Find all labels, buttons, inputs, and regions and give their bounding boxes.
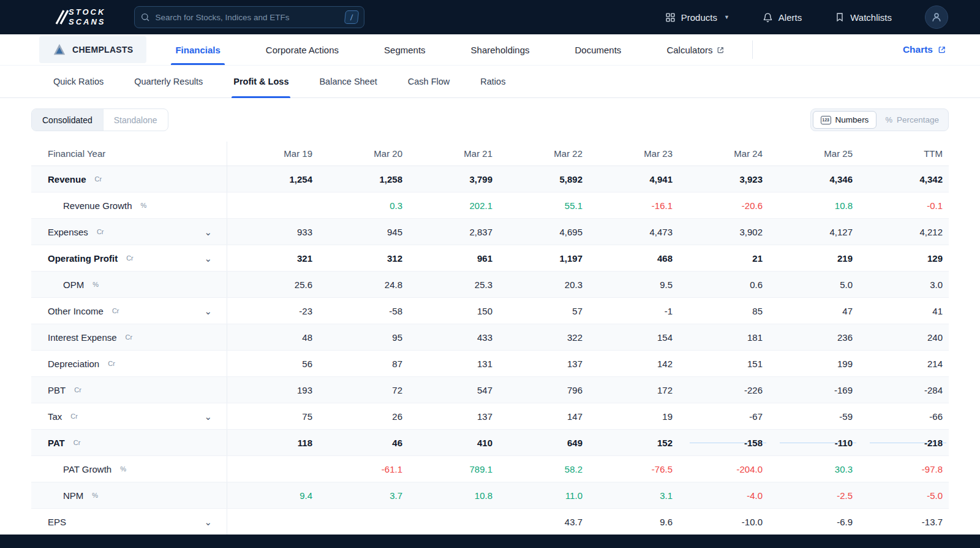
- cell-value: 46: [392, 438, 402, 448]
- cell-expenses-mar-24: 3,902: [677, 227, 767, 237]
- cell-depreciation-mar-19: 56: [227, 359, 317, 369]
- company-badge[interactable]: CHEMPLASTS: [39, 36, 146, 63]
- chevron-down-icon[interactable]: ⌄: [204, 517, 212, 527]
- cell-value: 193: [297, 385, 312, 395]
- cell-other-income-ttm: 41: [858, 306, 948, 316]
- cell-value: 0.3: [390, 200, 402, 211]
- search-input[interactable]: /: [134, 6, 364, 28]
- brand-logo[interactable]: STOCK SCANS: [53, 7, 106, 26]
- row-label-cell[interactable]: Other IncomeCr⌄: [31, 298, 227, 324]
- row-label-cell: PBTCr: [31, 377, 227, 403]
- cell-value: 137: [477, 411, 492, 422]
- cell-pat-mar-25: -110: [767, 438, 858, 448]
- subtab-ratios[interactable]: Ratios: [465, 66, 521, 97]
- avatar[interactable]: [925, 6, 948, 29]
- cell-expenses-mar-19: 933: [227, 227, 317, 237]
- chevron-down-icon[interactable]: ⌄: [204, 254, 212, 263]
- subtab-quick-ratios[interactable]: Quick Ratios: [38, 66, 119, 97]
- cell-depreciation-mar-22: 137: [497, 359, 587, 369]
- tab-financials[interactable]: Financials: [153, 34, 243, 65]
- cell-depreciation-mar-24: 151: [677, 359, 767, 369]
- nav-products-label: Products: [681, 12, 717, 23]
- tab-corporate-actions[interactable]: Corporate Actions: [243, 34, 361, 65]
- cell-value: -58: [389, 306, 402, 316]
- tab-segments[interactable]: Segments: [361, 34, 448, 65]
- subtab-balance-sheet[interactable]: Balance Sheet: [304, 66, 392, 97]
- consolidated-option[interactable]: Consolidated: [32, 109, 103, 131]
- cell-value: -4.0: [747, 490, 763, 501]
- column-header-mar-19: Mar 19: [227, 148, 317, 159]
- cell-value: 214: [927, 359, 943, 369]
- row-label: Revenue: [48, 174, 86, 185]
- cell-operating-profit-mar-22: 1,197: [497, 253, 587, 264]
- cell-value: -76.5: [652, 464, 673, 474]
- numbers-option[interactable]: 123 Numbers: [813, 111, 877, 129]
- company-tabs: FinancialsCorporate ActionsSegmentsShare…: [153, 34, 747, 65]
- footer-bar: [0, 535, 980, 548]
- subtab-profit-loss[interactable]: Profit & Loss: [218, 66, 304, 97]
- cell-opm-mar-25: 5.0: [767, 280, 858, 290]
- row-label-cell[interactable]: TaxCr⌄: [31, 403, 227, 429]
- chevron-down-icon[interactable]: ⌄: [204, 412, 212, 421]
- row-label-cell[interactable]: Operating ProfitCr⌄: [31, 245, 227, 271]
- nav-watchlists[interactable]: Watchlists: [835, 12, 892, 23]
- cell-value: 20.3: [565, 280, 582, 290]
- charts-link[interactable]: Charts: [903, 44, 946, 55]
- cell-value: 56: [302, 359, 312, 369]
- tab-documents[interactable]: Documents: [552, 34, 644, 65]
- cell-value: -67: [749, 411, 763, 422]
- cell-value: -110: [835, 438, 853, 448]
- subtab-quarterly-results[interactable]: Quarterly Results: [119, 66, 218, 97]
- tab-label: Segments: [384, 45, 426, 55]
- tab-calculators[interactable]: Calculators: [644, 34, 747, 65]
- cell-revenue-mar-24: 3,923: [677, 174, 767, 185]
- tab-label: Corporate Actions: [266, 45, 339, 55]
- cell-value: 202.1: [469, 200, 492, 211]
- percentage-option[interactable]: % Percentage: [878, 111, 946, 129]
- row-label-cell[interactable]: EPS⌄: [31, 509, 227, 535]
- cell-value: -97.8: [922, 464, 943, 474]
- cell-pat-ttm: -218: [858, 438, 948, 448]
- row-label-cell: OPM%: [31, 272, 227, 297]
- row-label: Depreciation: [48, 359, 99, 369]
- nav-alerts[interactable]: Alerts: [763, 12, 802, 23]
- cell-value: 547: [477, 385, 492, 395]
- cell-value: 2,837: [469, 227, 492, 237]
- cell-value: 4,212: [919, 227, 943, 237]
- subtab-cash-flow[interactable]: Cash Flow: [393, 66, 466, 97]
- cell-eps-mar-25: -6.9: [767, 517, 858, 527]
- top-navbar: STOCK SCANS / Products ▼ Alerts: [0, 0, 980, 34]
- cell-value: 43.7: [565, 517, 582, 527]
- cell-pat-mar-22: 649: [497, 438, 587, 448]
- row-label: PBT: [48, 385, 66, 395]
- chevron-down-icon[interactable]: ⌄: [204, 306, 212, 316]
- row-unit: Cr: [70, 413, 78, 420]
- cell-revenue-mar-20: 1,258: [317, 174, 407, 185]
- cell-opm-mar-21: 25.3: [407, 280, 497, 290]
- cell-value: -169: [834, 385, 853, 395]
- cell-value: -13.7: [922, 517, 943, 527]
- bookmark-icon: [835, 12, 845, 22]
- nav-products[interactable]: Products ▼: [665, 12, 729, 23]
- standalone-option[interactable]: Standalone: [103, 109, 168, 131]
- cell-value: 55.1: [565, 200, 582, 211]
- top-nav: Products ▼ Alerts Watchlists: [665, 6, 948, 29]
- cell-depreciation-mar-23: 142: [587, 359, 677, 369]
- cell-tax-mar-23: 19: [587, 411, 677, 422]
- search-field[interactable]: [156, 13, 339, 22]
- profit-loss-table: Financial Year Mar 19Mar 20Mar 21Mar 22M…: [31, 142, 949, 535]
- cell-value: 151: [747, 359, 763, 369]
- cell-other-income-mar-19: -23: [227, 306, 317, 316]
- cell-value: 796: [567, 385, 582, 395]
- cell-revenue-growth-mar-23: -16.1: [587, 200, 677, 211]
- brand-line2: SCANS: [69, 17, 106, 27]
- chevron-down-icon[interactable]: ⌄: [204, 227, 212, 237]
- tab-shareholdings[interactable]: Shareholdings: [448, 34, 552, 65]
- cell-value: 410: [477, 438, 492, 448]
- cell-value: -2.5: [837, 490, 853, 501]
- cell-eps-ttm: -13.7: [858, 517, 948, 527]
- cell-interest-expense-mar-22: 322: [497, 332, 587, 343]
- row-label-cell[interactable]: ExpensesCr⌄: [31, 219, 227, 245]
- nav-watchlists-label: Watchlists: [850, 12, 892, 23]
- cell-value: -0.1: [927, 200, 943, 211]
